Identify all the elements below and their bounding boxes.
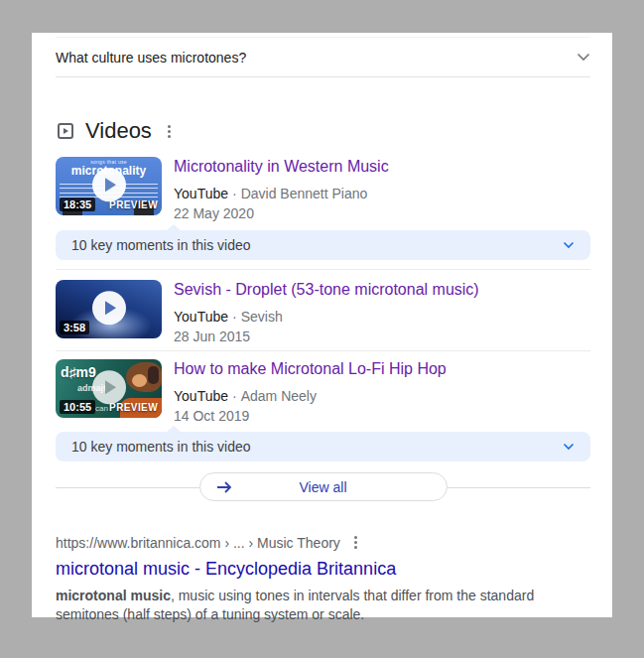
- video-result: songs that use microtonality 18:35 PREVI…: [56, 157, 590, 221]
- chevron-down-icon[interactable]: [563, 241, 575, 249]
- video-date: 22 May 2020: [174, 205, 389, 221]
- video-duration-badge: 10:55: [60, 400, 95, 414]
- video-duration-badge: 18:35: [60, 197, 95, 211]
- video-date: 14 Oct 2019: [174, 408, 447, 424]
- result-snippet: microtonal music, music using tones in i…: [56, 587, 576, 624]
- key-moments-bar[interactable]: 10 key moments in this video: [56, 230, 590, 260]
- key-moments-bar[interactable]: 10 key moments in this video: [56, 432, 590, 461]
- video-title-link[interactable]: Microtonality in Western Music: [174, 157, 389, 176]
- thumbnail-caption-3: can: [95, 404, 108, 413]
- video-result: d♯m9 admaj9 10:55 can PREVIEW How to mak…: [56, 359, 590, 424]
- key-moments-pointer: [167, 426, 181, 432]
- result-title-link[interactable]: microtonal music - Encyclopedia Britanni…: [56, 559, 590, 580]
- preview-label: PREVIEW: [109, 402, 158, 413]
- chevron-down-icon[interactable]: [577, 53, 590, 62]
- video-title-link[interactable]: Sevish - Droplet (53-tone microtonal mus…: [174, 280, 479, 299]
- arrow-right-icon: [216, 481, 234, 493]
- view-all-label: View all: [200, 479, 447, 495]
- video-title-link[interactable]: How to make Microtonal Lo-Fi Hip Hop: [174, 359, 447, 378]
- video-icon: [58, 123, 73, 139]
- video-date: 28 Jun 2015: [174, 329, 479, 344]
- play-icon: [92, 370, 126, 404]
- key-moments-pointer: [167, 224, 181, 230]
- video-channel: Sevish: [241, 309, 283, 325]
- chevron-down-icon[interactable]: [563, 443, 575, 451]
- preview-label: PREVIEW: [109, 199, 158, 210]
- video-channel: Adam Neely: [241, 388, 317, 404]
- video-thumbnail[interactable]: songs that use microtonality 18:35 PREVI…: [56, 157, 162, 215]
- video-source: YouTube·Adam Neely: [174, 388, 447, 404]
- video-info: Sevish - Droplet (53-tone microtonal mus…: [174, 280, 479, 344]
- paa-question-text: What culture uses microtones?: [56, 50, 246, 66]
- video-duration-badge: 3:58: [60, 321, 89, 334]
- video-info: How to make Microtonal Lo-Fi Hip Hop You…: [174, 359, 447, 424]
- breadcrumb: https://www.britannica.com › ... › Music…: [56, 535, 340, 551]
- video-info: Microtonality in Western Music YouTube·D…: [174, 157, 389, 221]
- view-all-button[interactable]: View all: [199, 472, 448, 501]
- video-source: YouTube·David Bennett Piano: [174, 186, 389, 201]
- more-options-icon[interactable]: [352, 534, 359, 551]
- play-icon: [92, 291, 126, 325]
- divider: [56, 350, 590, 351]
- search-results-card: What culture uses microtones? Videos son…: [32, 33, 612, 617]
- video-channel: David Bennett Piano: [241, 186, 368, 201]
- organic-result: https://www.britannica.com › ... › Music…: [56, 534, 590, 624]
- key-moments-label: 10 key moments in this video: [71, 237, 251, 253]
- snippet-bold: microtonal music: [56, 588, 171, 603]
- view-all-row: View all: [56, 472, 590, 502]
- people-also-ask-question[interactable]: What culture uses microtones?: [56, 37, 590, 77]
- video-source: YouTube·Sevish: [174, 309, 479, 325]
- more-options-icon[interactable]: [166, 123, 173, 140]
- video-thumbnail[interactable]: 3:58: [56, 280, 162, 338]
- breadcrumb-row: https://www.britannica.com › ... › Music…: [56, 534, 590, 551]
- video-thumbnail[interactable]: d♯m9 admaj9 10:55 can PREVIEW: [56, 359, 162, 418]
- headphones-graphic: [148, 366, 159, 384]
- play-icon: [92, 168, 126, 201]
- divider: [56, 269, 590, 270]
- key-moments-label: 10 key moments in this video: [71, 439, 251, 455]
- videos-section-title: Videos: [85, 118, 152, 144]
- video-result: 3:58 Sevish - Droplet (53-tone microtona…: [56, 280, 590, 344]
- videos-section-header: Videos: [58, 118, 173, 144]
- thumbnail-caption: d♯m9: [61, 364, 96, 380]
